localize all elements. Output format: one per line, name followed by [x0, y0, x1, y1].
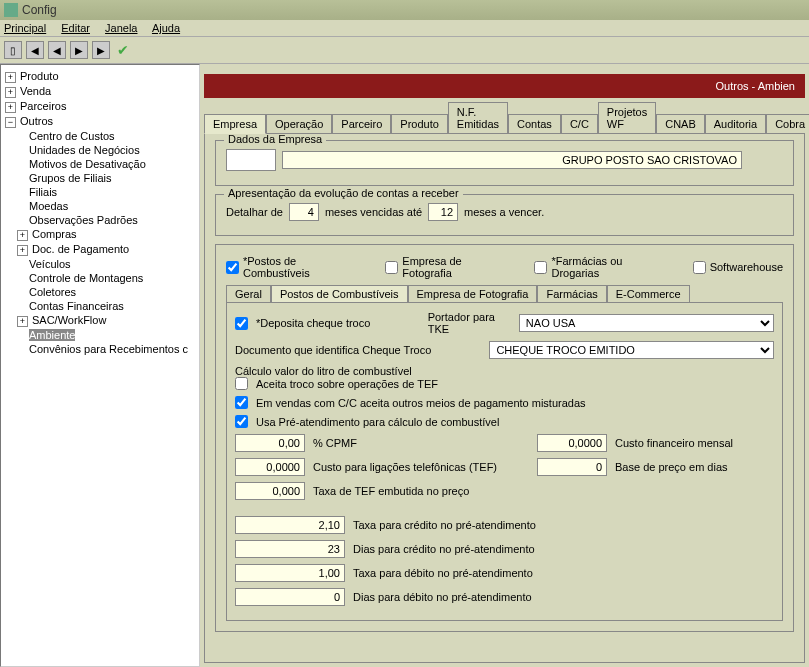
dias-cred-input[interactable]	[235, 540, 345, 558]
subtab-farmacias[interactable]: Farmácias	[537, 285, 606, 302]
cb-deposita-cheque[interactable]	[235, 317, 248, 330]
menu-principal[interactable]: Principal	[4, 22, 46, 34]
tree-controle-montagens[interactable]: Controle de Montagens	[3, 271, 197, 285]
group-dados-empresa: Dados da Empresa	[215, 140, 794, 186]
tab-empresa[interactable]: Empresa	[204, 114, 266, 134]
custo-fin-input[interactable]	[537, 434, 607, 452]
cb-fotografia[interactable]	[385, 261, 398, 274]
toolbar: ▯ ◀ ◀ ▶ ▶ ✔	[0, 37, 809, 64]
taxa-cred-input[interactable]	[235, 516, 345, 534]
tree-observacoes[interactable]: Observações Padrões	[3, 213, 197, 227]
tree-produto[interactable]: +Produto	[3, 69, 197, 84]
calc-title: Cálculo valor do litro de combustível	[235, 365, 774, 377]
tab-cc[interactable]: C/C	[561, 114, 598, 133]
tree-motivos-desativacao[interactable]: Motivos de Desativação	[3, 157, 197, 171]
tree-contas-financeiras[interactable]: Contas Financeiras	[3, 299, 197, 313]
subtab-geral[interactable]: Geral	[226, 285, 271, 302]
menu-editar[interactable]: Editar	[61, 22, 90, 34]
custo-lig-input[interactable]	[235, 458, 305, 476]
tree-parceiros[interactable]: +Parceiros	[3, 99, 197, 114]
tab-auditoria[interactable]: Auditoria	[705, 114, 766, 133]
cb-vendas-cc[interactable]	[235, 396, 248, 409]
empresa-nome-input[interactable]	[282, 151, 742, 169]
titlebar: Config	[0, 0, 809, 20]
cb-softwarehouse[interactable]	[693, 261, 706, 274]
tab-projetos-wf[interactable]: Projetos WF	[598, 102, 656, 133]
tab-cobra[interactable]: Cobra	[766, 114, 809, 133]
cb-usa-pre[interactable]	[235, 415, 248, 428]
tab-produto[interactable]: Produto	[391, 114, 448, 133]
cb-postos[interactable]	[226, 261, 239, 274]
subtab-fotografia[interactable]: Empresa de Fotografia	[408, 285, 538, 302]
tree-convenios[interactable]: Convênios para Recebimentos c	[3, 342, 197, 356]
tree-moedas[interactable]: Moedas	[3, 199, 197, 213]
page-header: Outros - Ambien	[204, 74, 805, 98]
cb-aceita-troco[interactable]	[235, 377, 248, 390]
cb-farmacias[interactable]	[534, 261, 547, 274]
tree-coletores[interactable]: Coletores	[3, 285, 197, 299]
tree-view[interactable]: +Produto +Venda +Parceiros −Outros Centr…	[0, 64, 200, 667]
confirm-icon[interactable]: ✔	[114, 41, 132, 59]
tab-nf-emitidas[interactable]: N.F. Emitidas	[448, 102, 508, 133]
taxa-tef-input[interactable]	[235, 482, 305, 500]
tree-compras[interactable]: +Compras	[3, 227, 197, 242]
nav-prev-icon[interactable]: ◀	[26, 41, 44, 59]
tab-contas[interactable]: Contas	[508, 114, 561, 133]
tree-filiais[interactable]: Filiais	[3, 185, 197, 199]
nav-back-icon[interactable]: ◀	[48, 41, 66, 59]
tree-sac-workflow[interactable]: +SAC/WorkFlow	[3, 313, 197, 328]
app-icon	[4, 3, 18, 17]
tree-venda[interactable]: +Venda	[3, 84, 197, 99]
tree-outros[interactable]: −Outros	[3, 114, 197, 129]
window-title: Config	[22, 3, 57, 17]
menu-ajuda[interactable]: Ajuda	[152, 22, 180, 34]
tab-cnab[interactable]: CNAB	[656, 114, 705, 133]
nav-first-icon[interactable]: ▯	[4, 41, 22, 59]
select-doc-cheque[interactable]: CHEQUE TROCO EMITIDO	[489, 341, 774, 359]
sub-tabs: Geral Postos de Combustíveis Empresa de …	[226, 285, 783, 302]
menubar: Principal Editar Janela Ajuda	[0, 20, 809, 37]
meses-vencer-input[interactable]	[428, 203, 458, 221]
tab-operacao[interactable]: Operação	[266, 114, 332, 133]
subtab-ecommerce[interactable]: E-Commerce	[607, 285, 690, 302]
base-preco-input[interactable]	[537, 458, 607, 476]
group-config: *Postos de Combustíveis Empresa de Fotog…	[215, 244, 794, 632]
dias-deb-input[interactable]	[235, 588, 345, 606]
nav-next-icon[interactable]: ▶	[70, 41, 88, 59]
tree-ambiente[interactable]: Ambiente	[3, 328, 197, 342]
tree-centro-custos[interactable]: Centro de Custos	[3, 129, 197, 143]
main-tabs: Empresa Operação Parceiro Produto N.F. E…	[204, 102, 805, 133]
group-evolucao-contas: Apresentação da evolução de contas a rec…	[215, 194, 794, 236]
empresa-id-field[interactable]	[226, 149, 276, 171]
menu-janela[interactable]: Janela	[105, 22, 137, 34]
tab-parceiro[interactable]: Parceiro	[332, 114, 391, 133]
cpmf-input[interactable]	[235, 434, 305, 452]
tree-grupos-filiais[interactable]: Grupos de Filiais	[3, 171, 197, 185]
select-portador-tke[interactable]: NAO USA	[519, 314, 774, 332]
tree-doc-pagamento[interactable]: +Doc. de Pagamento	[3, 242, 197, 257]
nav-last-icon[interactable]: ▶	[92, 41, 110, 59]
subtab-postos[interactable]: Postos de Combustíveis	[271, 285, 408, 302]
taxa-deb-input[interactable]	[235, 564, 345, 582]
tree-veiculos[interactable]: Veículos	[3, 257, 197, 271]
meses-vencidas-input[interactable]	[289, 203, 319, 221]
tree-unidades-negocios[interactable]: Unidades de Negócios	[3, 143, 197, 157]
